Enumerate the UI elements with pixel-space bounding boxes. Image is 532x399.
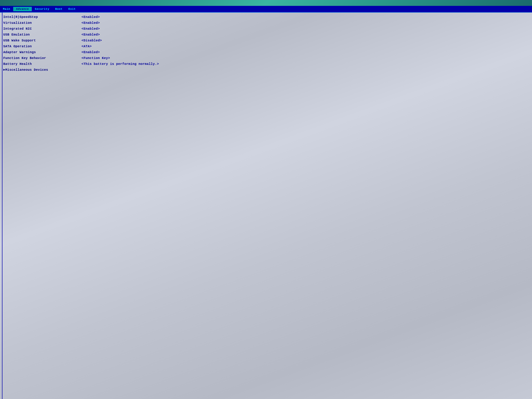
menu-item-advance[interactable]: Advance: [13, 7, 32, 11]
menu-bar: MainAdvanceSecurityBootExit: [0, 6, 532, 12]
setting-name: Virtualization: [3, 20, 72, 25]
setting-row: Virtualization<Enabled>: [3, 20, 529, 26]
menu-item-exit[interactable]: Exit: [65, 7, 79, 11]
setting-value: <Enabled>: [82, 32, 100, 37]
setting-value: <ATA>: [82, 44, 92, 49]
settings-list: Intel(R)SpeedStep<Enabled>Virtualization…: [3, 14, 529, 73]
setting-row: Adapter Warnings<Enabled>: [3, 49, 529, 55]
setting-value: <Enabled>: [82, 26, 100, 32]
setting-row: USB Emulation<Enabled>: [3, 32, 529, 38]
main-content: Intel(R)SpeedStep<Enabled>Virtualization…: [0, 13, 532, 399]
setting-row: Integrated NIC<Enabled>: [3, 26, 529, 32]
setting-row: USB Wake Support<Disabled>: [3, 38, 529, 44]
setting-name: USB Wake Support: [3, 38, 72, 43]
setting-value: <Disabled>: [82, 38, 102, 43]
setting-name: Intel(R)SpeedStep: [3, 14, 72, 20]
setting-value: <Enabled>: [82, 14, 100, 20]
setting-value: <Enabled>: [82, 50, 100, 55]
setting-value: <This battery is performing normally.>: [82, 61, 159, 67]
setting-value: <Enabled>: [82, 20, 100, 25]
brand-bar: [0, 0, 532, 6]
arrow-icon: ►: [3, 68, 5, 72]
setting-row[interactable]: ►Miscellaneous Devices: [3, 67, 529, 73]
setting-name: SATA Operation: [3, 44, 72, 49]
menu-item-security[interactable]: Security: [32, 7, 52, 11]
setting-row: Intel(R)SpeedStep<Enabled>: [3, 14, 529, 20]
menu-item-main[interactable]: Main: [0, 7, 13, 11]
setting-row: Battery Health<This battery is performin…: [3, 61, 529, 67]
menu-item-boot[interactable]: Boot: [52, 7, 65, 11]
setting-name: Adapter Warnings: [3, 50, 72, 55]
setting-row: SATA Operation<ATA>: [3, 44, 529, 49]
setting-name: Battery Health: [3, 61, 72, 67]
bios-screen: MainAdvanceSecurityBootExit Intel(R)Spee…: [0, 0, 532, 399]
menu-items: MainAdvanceSecurityBootExit: [0, 7, 532, 11]
setting-name: Integrated NIC: [3, 26, 72, 32]
setting-row: Function Key Behavior<Function Key>: [3, 55, 529, 61]
setting-value: <Function Key>: [82, 56, 110, 61]
setting-name: Function Key Behavior: [3, 56, 72, 61]
setting-name: ►Miscellaneous Devices: [3, 67, 72, 73]
setting-name: USB Emulation: [3, 32, 72, 37]
